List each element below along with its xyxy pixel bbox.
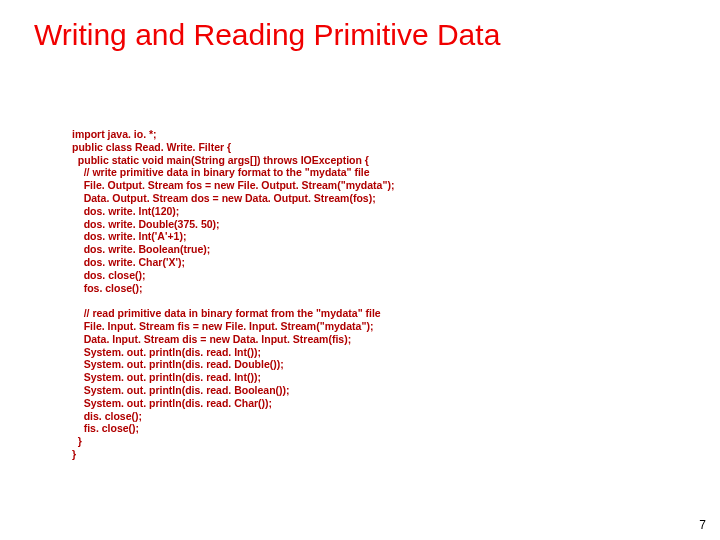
code-line: // write primitive data in binary format… [72, 166, 370, 178]
code-line: dos. write. Int(120); [72, 205, 179, 217]
code-line: System. out. println(dis. read. Double()… [72, 358, 284, 370]
code-line: System. out. println(dis. read. Char()); [72, 397, 272, 409]
code-line: public static void main(String args[]) t… [72, 154, 369, 166]
code-line: dos. write. Double(375. 50); [72, 218, 220, 230]
code-line: Data. Input. Stream dis = new Data. Inpu… [72, 333, 351, 345]
code-line: Data. Output. Stream dos = new Data. Out… [72, 192, 376, 204]
code-line: System. out. println(dis. read. Boolean(… [72, 384, 290, 396]
code-line: fos. close(); [72, 282, 143, 294]
code-line: dos. write. Int('A'+1); [72, 230, 186, 242]
code-line: System. out. println(dis. read. Int()); [72, 371, 261, 383]
code-line: dos. close(); [72, 269, 146, 281]
code-block: import java. io. *; public class Read. W… [72, 128, 394, 461]
code-line: dos. write. Char('X'); [72, 256, 185, 268]
code-line: } [72, 448, 76, 460]
page-number: 7 [699, 518, 706, 532]
code-line: fis. close(); [72, 422, 139, 434]
slide-title: Writing and Reading Primitive Data [34, 18, 700, 52]
code-line: File. Output. Stream fos = new File. Out… [72, 179, 394, 191]
code-line: } [72, 435, 82, 447]
code-line: dis. close(); [72, 410, 142, 422]
code-line: // read primitive data in binary format … [72, 307, 381, 319]
code-line: import java. io. *; [72, 128, 157, 140]
code-line: dos. write. Boolean(true); [72, 243, 210, 255]
code-line: public class Read. Write. Filter { [72, 141, 231, 153]
code-line: File. Input. Stream fis = new File. Inpu… [72, 320, 373, 332]
code-line: System. out. println(dis. read. Int()); [72, 346, 261, 358]
